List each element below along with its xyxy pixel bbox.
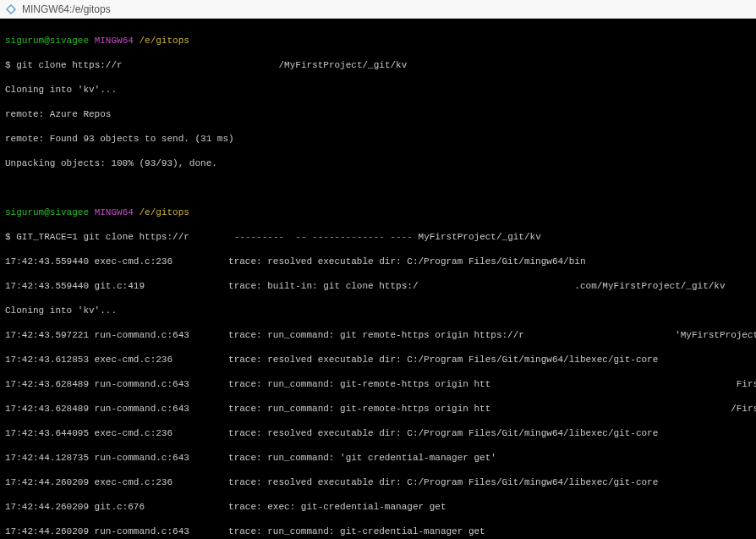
trace-line: 17:42:43.559440 exec-cmd.c:236 trace: re… bbox=[5, 256, 751, 268]
trace-line: 17:42:43.559440 git.c:419 trace: built-i… bbox=[5, 280, 751, 293]
app-icon bbox=[5, 3, 17, 15]
terminal[interactable]: sigurum@sivagee MINGW64 /e/gitops $ git … bbox=[0, 19, 756, 539]
trace-line: 17:42:43.644095 exec-cmd.c:236 trace: re… bbox=[5, 427, 751, 440]
trace-line: 17:42:44.260209 run-command.c:643 trace:… bbox=[5, 525, 751, 538]
trace-line: 17:42:44.260209 exec-cmd.c:236 trace: re… bbox=[5, 476, 751, 489]
prompt-line: sigurum@sivagee MINGW64 /e/gitops bbox=[5, 35, 751, 47]
prompt-line: sigurum@sivagee MINGW64 /e/gitops bbox=[5, 206, 751, 219]
titlebar: MINGW64:/e/gitops bbox=[0, 0, 756, 19]
trace-line: 17:42:44.260209 git.c:676 trace: exec: g… bbox=[5, 501, 751, 514]
trace-line: 17:42:43.628489 run-command.c:643 trace:… bbox=[5, 403, 751, 415]
output-line: Cloning into 'kv'... bbox=[5, 305, 751, 317]
trace-line: 17:42:44.128735 run-command.c:643 trace:… bbox=[5, 452, 751, 465]
output-line: Cloning into 'kv'... bbox=[5, 84, 751, 96]
window-title: MINGW64:/e/gitops bbox=[22, 3, 111, 15]
command-line: $ git clone https://rxxxxxxxxxxxxxxxxxxx… bbox=[5, 59, 751, 72]
output-line: Unpacking objects: 100% (93/93), done. bbox=[5, 157, 751, 170]
blank-line bbox=[5, 182, 751, 195]
command-line: $ GIT_TRACE=1 git clone https://rxxxxxxx… bbox=[5, 231, 751, 244]
output-line: remote: Found 93 objects to send. (31 ms… bbox=[5, 133, 751, 146]
output-line: remote: Azure Repos bbox=[5, 108, 751, 121]
trace-line: 17:42:43.628489 run-command.c:643 trace:… bbox=[5, 378, 751, 391]
trace-line: 17:42:43.597221 run-command.c:643 trace:… bbox=[5, 329, 751, 342]
trace-line: 17:42:43.612853 exec-cmd.c:236 trace: re… bbox=[5, 354, 751, 366]
